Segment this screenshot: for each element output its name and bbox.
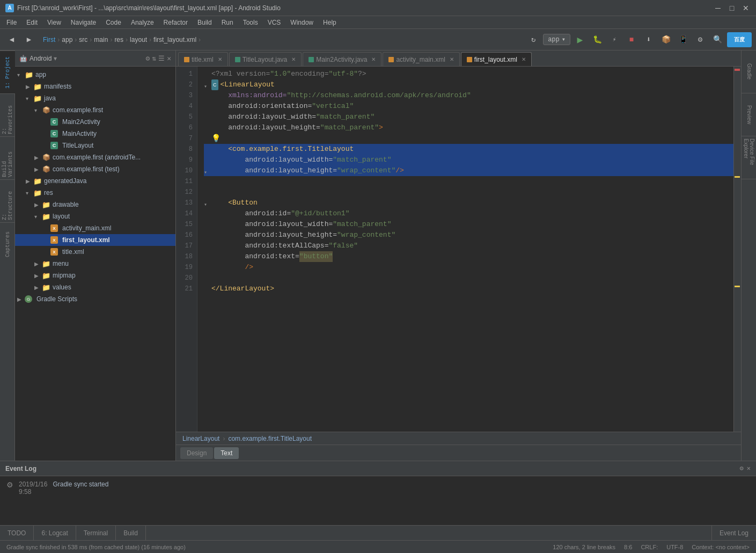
breadcrumb-src[interactable]: src bbox=[79, 36, 87, 43]
right-tab-preview[interactable]: Preview bbox=[742, 93, 756, 136]
design-tab-text[interactable]: Text bbox=[214, 447, 239, 459]
code-line-13: ▾ <Button bbox=[204, 198, 733, 208]
tree-title-xml[interactable]: X title.xml bbox=[15, 246, 175, 258]
bottom-tab-logcat[interactable]: 6: Logcat bbox=[34, 526, 76, 541]
code-editor[interactable]: 12345 678910 1112131415 1617181920 21 <?… bbox=[176, 67, 741, 432]
minimize-button[interactable]: ─ bbox=[713, 3, 723, 13]
tab-title-xml-close[interactable]: ✕ bbox=[218, 56, 222, 62]
breadcrumb-linearlayout[interactable]: LinearLayout bbox=[182, 435, 219, 442]
options-icon[interactable]: ☰ bbox=[158, 54, 165, 63]
breadcrumb-main[interactable]: main bbox=[94, 36, 108, 43]
tree-package-test[interactable]: ▶ 📦 com.example.first (test) bbox=[15, 163, 175, 175]
app-selector[interactable]: app ▾ bbox=[543, 34, 570, 45]
breadcrumb-app[interactable]: app bbox=[62, 36, 72, 43]
right-tab-device-explorer[interactable]: Device File Explorer bbox=[742, 136, 756, 179]
tab-activity-main-xml-close[interactable]: ✕ bbox=[450, 56, 454, 62]
right-tab-gradle[interactable]: Gradle bbox=[742, 50, 756, 93]
bottom-tab-build[interactable]: Build bbox=[116, 526, 146, 541]
breadcrumb-layout[interactable]: layout bbox=[130, 36, 147, 43]
sidebar-tab-build-variants[interactable]: Build Variants bbox=[0, 136, 15, 179]
sdk-manager-button[interactable]: 📦 bbox=[658, 32, 673, 47]
bottom-tab-event-log[interactable]: Event Log bbox=[711, 526, 756, 541]
tree-generatedjava[interactable]: ▶ 📁 generatedJava bbox=[15, 175, 175, 187]
gutter-mark-warning bbox=[735, 176, 740, 178]
tree-drawable[interactable]: ▶ 📁 drawable bbox=[15, 199, 175, 210]
lightbulb-icon[interactable]: 💡 bbox=[211, 133, 221, 144]
search-everywhere-button[interactable]: 🔍 bbox=[710, 32, 725, 47]
menu-edit[interactable]: Edit bbox=[22, 18, 42, 27]
close-panel-icon[interactable]: ✕ bbox=[167, 54, 171, 63]
close-button[interactable]: ✕ bbox=[741, 3, 751, 13]
tree-layout[interactable]: ▾ 📁 layout bbox=[15, 210, 175, 222]
debug-button[interactable]: 🐛 bbox=[590, 32, 605, 47]
code-line-11 bbox=[204, 176, 733, 187]
settings-icon[interactable]: ⚙ bbox=[146, 54, 150, 63]
back-button[interactable]: ◀ bbox=[4, 32, 19, 47]
settings-button[interactable]: ⚙ bbox=[693, 32, 708, 47]
menu-window[interactable]: Window bbox=[286, 18, 318, 27]
attach-button[interactable]: ⚡ bbox=[607, 32, 622, 47]
menu-view[interactable]: View bbox=[43, 18, 65, 27]
sidebar-tab-project[interactable]: 1: Project bbox=[0, 50, 15, 93]
tree-package-android-test[interactable]: ▶ 📦 com.example.first (androidTe... bbox=[15, 151, 175, 163]
breadcrumb-file[interactable]: first_layout.xml bbox=[153, 36, 196, 43]
menu-tools[interactable]: Tools bbox=[239, 18, 262, 27]
menu-navigate[interactable]: Navigate bbox=[67, 18, 100, 27]
menu-refactor[interactable]: Refactor bbox=[159, 18, 192, 27]
tab-first-layout-xml-close[interactable]: ✕ bbox=[522, 56, 526, 62]
avd-manager-button[interactable]: 📱 bbox=[676, 32, 691, 47]
dropdown-icon[interactable]: ▾ bbox=[54, 55, 57, 62]
event-log-settings-icon[interactable]: ⚙ bbox=[740, 464, 744, 472]
tab-titlelayout-java-close[interactable]: ✕ bbox=[291, 56, 296, 62]
menu-run[interactable]: Run bbox=[217, 18, 238, 27]
event-log-close-icon[interactable]: ✕ bbox=[747, 464, 751, 472]
xml-icon-title: X bbox=[50, 248, 58, 256]
run-button[interactable]: ▶ bbox=[572, 32, 588, 47]
tree-values[interactable]: ▶ 📁 values bbox=[15, 281, 175, 293]
bottom-tab-terminal[interactable]: Terminal bbox=[76, 526, 116, 541]
tree-first-layout-xml[interactable]: X first_layout.xml bbox=[15, 234, 175, 246]
tree-titlelayout[interactable]: C TitleLayout bbox=[15, 140, 175, 151]
tab-first-layout-xml[interactable]: first_layout.xml ✕ bbox=[461, 52, 532, 66]
tree-mainactivity[interactable]: C MainActivity bbox=[15, 128, 175, 140]
folder-icon-res: 📁 bbox=[33, 188, 42, 197]
tab-title-xml[interactable]: title.xml ✕ bbox=[178, 52, 228, 66]
tab-main2activity-java[interactable]: Main2Activity.java ✕ bbox=[303, 52, 381, 66]
stop-button[interactable]: ■ bbox=[624, 32, 639, 47]
baidu-button[interactable]: 百度 bbox=[727, 32, 752, 47]
design-tab-design[interactable]: Design bbox=[180, 447, 213, 459]
breadcrumb-first[interactable]: First bbox=[43, 36, 55, 43]
sort-icon[interactable]: ⇅ bbox=[152, 54, 156, 63]
bottom-tab-todo[interactable]: TODO bbox=[0, 526, 34, 541]
tree-main2activity[interactable]: C Main2Activity bbox=[15, 116, 175, 128]
menu-analyze[interactable]: Analyze bbox=[127, 18, 158, 27]
tree-manifests[interactable]: ▶ 📁 manifests bbox=[15, 81, 175, 92]
sidebar-tab-favorites[interactable]: 2: Favorites bbox=[0, 93, 15, 136]
tree-activity-main-xml[interactable]: X activity_main.xml bbox=[15, 222, 175, 234]
tab-titlelayout-java[interactable]: TitleLayout.java ✕ bbox=[229, 52, 302, 66]
sidebar-tab-structure[interactable]: Z: Structure bbox=[0, 179, 15, 222]
tree-menu[interactable]: ▶ 📁 menu bbox=[15, 258, 175, 270]
menu-file[interactable]: File bbox=[2, 18, 21, 27]
maximize-button[interactable]: □ bbox=[727, 3, 737, 13]
menu-build[interactable]: Build bbox=[193, 18, 216, 27]
tree-package-main[interactable]: ▾ 📦 com.example.first bbox=[15, 104, 175, 116]
menu-code[interactable]: Code bbox=[101, 18, 126, 27]
tree-java[interactable]: ▾ 📁 java bbox=[15, 92, 175, 104]
folder-icon-mipmap: 📁 bbox=[42, 271, 50, 280]
forward-button[interactable]: ▶ bbox=[21, 32, 36, 47]
tree-mipmap[interactable]: ▶ 📁 mipmap bbox=[15, 270, 175, 281]
breadcrumb-res[interactable]: res bbox=[114, 36, 123, 43]
breadcrumb-titlelayout-class[interactable]: com.example.first.TitleLayout bbox=[228, 435, 312, 442]
tab-main2activity-java-close[interactable]: ✕ bbox=[371, 56, 376, 62]
tree-gradle-scripts[interactable]: ▶ G Gradle Scripts bbox=[15, 293, 175, 305]
menu-help[interactable]: Help bbox=[319, 18, 341, 27]
tree-res[interactable]: ▾ 📁 res bbox=[15, 187, 175, 199]
tree-app[interactable]: ▾ 📁 app bbox=[15, 69, 175, 81]
sync-gradle-button[interactable]: ⬇ bbox=[641, 32, 656, 47]
sidebar-tab-captures[interactable]: Captures bbox=[0, 222, 15, 265]
menu-vcs[interactable]: VCS bbox=[263, 18, 285, 27]
code-content[interactable]: <?xml version="1.0" encoding="utf-8"?> ▾… bbox=[197, 67, 733, 432]
tab-activity-main-xml[interactable]: activity_main.xml ✕ bbox=[383, 52, 459, 66]
sync-button[interactable]: ↻ bbox=[526, 32, 541, 47]
